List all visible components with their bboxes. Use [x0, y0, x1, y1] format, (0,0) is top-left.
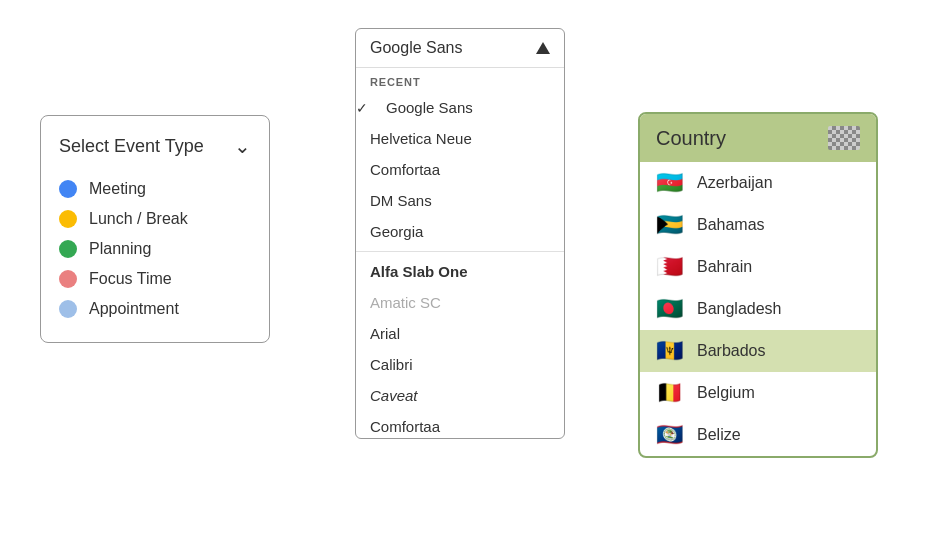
- font-label: Amatic SC: [370, 294, 441, 311]
- font-header-label: Google Sans: [370, 39, 463, 57]
- country-item[interactable]: 🇧🇪 Belgium: [640, 372, 876, 414]
- font-item[interactable]: Comfortaa: [356, 154, 564, 185]
- country-flag: 🇧🇿: [656, 424, 683, 446]
- event-label: Lunch / Break: [89, 210, 188, 228]
- font-label: Helvetica Neue: [370, 130, 472, 147]
- chevron-down-icon: ⌄: [234, 134, 251, 158]
- recent-fonts-list: ✓Google SansHelvetica NeueComfortaaDM Sa…: [356, 92, 564, 247]
- font-item[interactable]: Calibri: [356, 349, 564, 380]
- country-panel: Country 🇦🇿 Azerbaijan 🇧🇸 Bahamas 🇧🇭 Bahr…: [638, 112, 878, 458]
- country-item[interactable]: 🇧🇭 Bahrain: [640, 246, 876, 288]
- font-item[interactable]: Georgia: [356, 216, 564, 247]
- event-label: Meeting: [89, 180, 146, 198]
- event-type-header[interactable]: Select Event Type ⌄: [41, 126, 269, 170]
- font-label: Comfortaa: [370, 161, 440, 178]
- country-flag: 🇧🇸: [656, 214, 683, 236]
- event-list-item[interactable]: Meeting: [59, 174, 251, 204]
- event-dot: [59, 270, 77, 288]
- font-label: Comfortaa: [370, 418, 440, 435]
- font-item[interactable]: Caveat: [356, 380, 564, 411]
- country-label: Bahrain: [697, 258, 752, 276]
- font-label: Caveat: [370, 387, 418, 404]
- font-divider: [356, 251, 564, 252]
- country-flag: 🇦🇿: [656, 172, 683, 194]
- country-flag: 🇧🇩: [656, 298, 683, 320]
- country-label: Belize: [697, 426, 741, 444]
- font-label: Arial: [370, 325, 400, 342]
- country-item[interactable]: 🇧🇩 Bangladesh: [640, 288, 876, 330]
- font-item[interactable]: Comfortaa: [356, 411, 564, 438]
- country-header: Country: [640, 114, 876, 162]
- country-flag: 🇧🇪: [656, 382, 683, 404]
- font-label: DM Sans: [370, 192, 432, 209]
- event-dot: [59, 240, 77, 258]
- font-item[interactable]: DM Sans: [356, 185, 564, 216]
- country-label: Barbados: [697, 342, 766, 360]
- event-list-item[interactable]: Lunch / Break: [59, 204, 251, 234]
- font-label: Calibri: [370, 356, 413, 373]
- country-item[interactable]: 🇧🇧 Barbados: [640, 330, 876, 372]
- country-flag: 🇧🇭: [656, 256, 683, 278]
- font-item[interactable]: Arial: [356, 318, 564, 349]
- country-label: Azerbaijan: [697, 174, 773, 192]
- event-list-item[interactable]: Planning: [59, 234, 251, 264]
- event-label: Appointment: [89, 300, 179, 318]
- event-type-panel: Select Event Type ⌄ Meeting Lunch / Brea…: [40, 115, 270, 343]
- font-section-label: RECENT: [356, 68, 564, 92]
- country-label: Bangladesh: [697, 300, 782, 318]
- country-list[interactable]: 🇦🇿 Azerbaijan 🇧🇸 Bahamas 🇧🇭 Bahrain 🇧🇩 B…: [640, 162, 876, 456]
- event-type-title: Select Event Type: [59, 136, 204, 157]
- event-list-item[interactable]: Appointment: [59, 294, 251, 324]
- checkerboard-icon: [828, 126, 860, 150]
- country-flag: 🇧🇧: [656, 340, 683, 362]
- country-label: Belgium: [697, 384, 755, 402]
- country-item[interactable]: 🇧🇸 Bahamas: [640, 204, 876, 246]
- font-item[interactable]: Alfa Slab One: [356, 256, 564, 287]
- event-dot: [59, 180, 77, 198]
- font-item[interactable]: Helvetica Neue: [356, 123, 564, 154]
- event-dot: [59, 210, 77, 228]
- font-item[interactable]: ✓Google Sans: [356, 92, 564, 123]
- country-item[interactable]: 🇦🇿 Azerbaijan: [640, 162, 876, 204]
- checkmark-icon: ✓: [356, 100, 368, 116]
- font-selector-panel: Google Sans RECENT ✓Google SansHelvetica…: [355, 28, 565, 439]
- event-list-item[interactable]: Focus Time: [59, 264, 251, 294]
- font-item[interactable]: Amatic SC: [356, 287, 564, 318]
- font-label: Georgia: [370, 223, 423, 240]
- event-label: Focus Time: [89, 270, 172, 288]
- triangle-up-icon: [536, 42, 550, 54]
- font-label: Alfa Slab One: [370, 263, 468, 280]
- event-list: Meeting Lunch / Break Planning Focus Tim…: [41, 170, 269, 332]
- country-item[interactable]: 🇧🇿 Belize: [640, 414, 876, 456]
- event-label: Planning: [89, 240, 151, 258]
- country-title: Country: [656, 127, 726, 150]
- font-label: Google Sans: [370, 99, 473, 116]
- font-header[interactable]: Google Sans: [356, 29, 564, 68]
- country-label: Bahamas: [697, 216, 765, 234]
- event-dot: [59, 300, 77, 318]
- all-fonts-list: Alfa Slab OneAmatic SCArialCalibriCaveat…: [356, 256, 564, 438]
- font-scroll-area[interactable]: RECENT ✓Google SansHelvetica NeueComfort…: [356, 68, 564, 438]
